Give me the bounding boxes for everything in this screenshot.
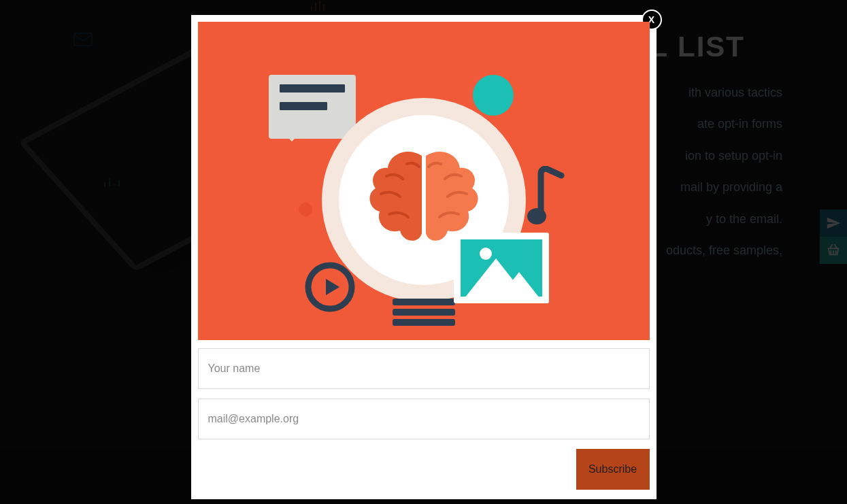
subscribe-form: Subscribe [198, 340, 650, 490]
modal-overlay[interactable]: X [0, 0, 847, 504]
email-field[interactable] [198, 399, 650, 439]
music-note-icon [527, 166, 568, 227]
subscribe-button[interactable]: Subscribe [576, 449, 650, 490]
subscribe-modal: X [191, 15, 657, 499]
dot-accent-icon [473, 75, 514, 116]
name-field[interactable] [198, 348, 650, 389]
svg-point-1 [527, 208, 546, 224]
hero-illustration [198, 22, 650, 340]
image-card-icon [454, 233, 549, 303]
dot-small-icon [299, 203, 312, 216]
bulb-base-icon [393, 299, 455, 329]
speech-bubble-icon [269, 75, 356, 139]
